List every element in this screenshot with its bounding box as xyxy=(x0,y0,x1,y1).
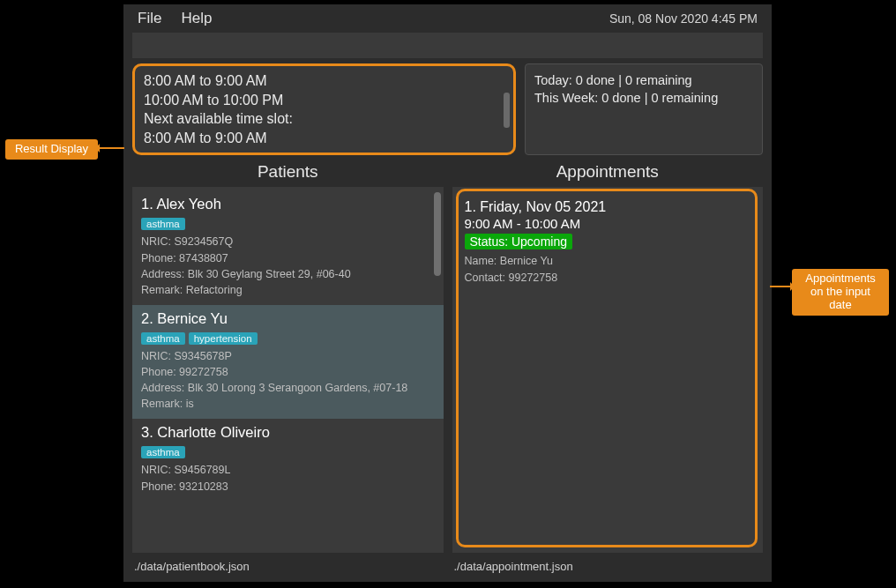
patients-panel: 1. Alex YeohasthmaNRIC: S9234567QPhone: … xyxy=(132,187,444,553)
patient-name: 3. Charlotte Oliveiro xyxy=(141,424,435,441)
appointments-header: Appointments xyxy=(452,160,764,187)
stats-panel: Today: 0 done | 0 remaining This Week: 0… xyxy=(525,63,763,155)
arrow-icon xyxy=(770,286,792,287)
patient-meta: NRIC: S9345678PPhone: 99272758Address: B… xyxy=(141,348,435,413)
status-badge: Status: Upcoming xyxy=(465,234,573,249)
tag: asthma xyxy=(141,446,185,458)
appointments-path: ./data/appointment.json xyxy=(452,556,764,577)
result-line: 8:00 AM to 9:00 AM xyxy=(144,129,504,148)
stats-today: Today: 0 done | 0 remaining xyxy=(534,71,753,89)
patient-name: 2. Bernice Yu xyxy=(141,310,435,327)
tag-row: asthma xyxy=(141,443,435,459)
result-line: 10:00 AM to 10:00 PM xyxy=(144,91,504,110)
result-line: 8:00 AM to 9:00 AM xyxy=(144,71,504,91)
stats-week: This Week: 0 done | 0 remaining xyxy=(534,89,753,107)
appointments-panel: 1. Friday, Nov 05 20219:00 AM - 10:00 AM… xyxy=(452,187,764,553)
callout-result-display: Result Display xyxy=(5,139,98,160)
tag: asthma xyxy=(141,218,185,230)
callout-appointments: Appointments on the input date xyxy=(792,269,889,316)
menubar: File Help Sun, 08 Nov 2020 4:45 PM xyxy=(123,4,772,33)
appointment-time: 9:00 AM - 10:00 AM xyxy=(465,216,751,231)
tag: asthma xyxy=(141,332,185,345)
status-bar: ./data/patientbook.json ./data/appointme… xyxy=(123,553,772,582)
patient-item[interactable]: 3. Charlotte OliveiroasthmaNRIC: S945678… xyxy=(132,419,444,501)
patients-header: Patients xyxy=(132,160,444,187)
app-window: File Help Sun, 08 Nov 2020 4:45 PM 8:00 … xyxy=(123,4,772,582)
clock: Sun, 08 Nov 2020 4:45 PM xyxy=(609,11,758,26)
scrollbar-thumb[interactable] xyxy=(504,93,510,128)
result-display: 8:00 AM to 9:00 AM 10:00 AM to 10:00 PM … xyxy=(132,63,516,155)
appointment-date: 1. Friday, Nov 05 2021 xyxy=(465,199,751,215)
patient-meta: NRIC: S9234567QPhone: 87438807Address: B… xyxy=(141,234,435,298)
patient-name: 1. Alex Yeoh xyxy=(141,196,435,212)
appointment-item[interactable]: 1. Friday, Nov 05 20219:00 AM - 10:00 AM… xyxy=(452,190,764,294)
command-input[interactable] xyxy=(132,33,763,58)
scrollbar-thumb[interactable] xyxy=(434,192,441,276)
result-line: Next available time slot: xyxy=(144,109,504,129)
tag-row: asthmahypertension xyxy=(141,330,435,346)
arrow-icon xyxy=(98,147,124,149)
patients-path: ./data/patientbook.json xyxy=(132,556,444,577)
patient-item[interactable]: 1. Alex YeohasthmaNRIC: S9234567QPhone: … xyxy=(132,190,444,305)
menu-file[interactable]: File xyxy=(138,10,161,27)
tag: hypertension xyxy=(189,332,258,345)
appointment-meta: Name: Bernice YuContact: 99272758 xyxy=(465,253,751,285)
patient-item[interactable]: 2. Bernice YuasthmahypertensionNRIC: S93… xyxy=(132,305,444,420)
patient-meta: NRIC: S9456789LPhone: 93210283 xyxy=(141,462,435,494)
tag-row: asthma xyxy=(141,215,435,231)
menu-help[interactable]: Help xyxy=(181,10,212,27)
